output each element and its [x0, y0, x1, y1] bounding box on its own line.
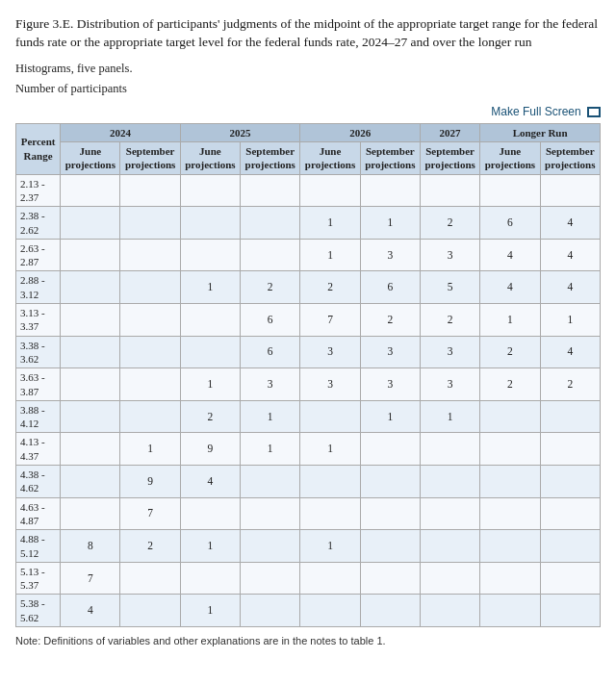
data-cell: 4 [480, 271, 540, 304]
data-cell [420, 562, 479, 595]
data-cell [540, 466, 600, 498]
data-cell [180, 239, 240, 271]
data-cell: 1 [241, 400, 300, 433]
data-cell: 1 [180, 595, 240, 627]
data-cell [180, 174, 240, 207]
year-2025-header: 2025 [180, 123, 300, 141]
data-cell [241, 239, 300, 271]
data-cell [540, 174, 600, 207]
table-row: 4.63 - 4.877 [16, 497, 601, 530]
data-cell [420, 530, 479, 563]
data-cell: 9 [180, 433, 240, 466]
data-cell: 4 [540, 271, 600, 304]
data-cell [480, 174, 540, 207]
data-cell: 6 [241, 336, 300, 368]
data-cell: 2 [420, 304, 479, 337]
sep-2026-header: September projections [360, 142, 420, 175]
sep-2024-header: September projections [120, 142, 180, 175]
make-full-screen-container: Make Full Screen [15, 104, 601, 119]
data-cell: 1 [180, 530, 240, 563]
data-cell [120, 562, 180, 595]
data-cell: 2 [300, 271, 360, 304]
data-cell [120, 304, 180, 337]
data-cell [180, 336, 240, 368]
data-cell [120, 271, 180, 304]
data-cell: 4 [180, 466, 240, 498]
make-full-screen-button[interactable]: Make Full Screen [491, 105, 601, 118]
data-cell [61, 497, 120, 530]
sep-lr-header: September projections [540, 142, 600, 175]
data-cell [420, 497, 479, 530]
data-cell [120, 174, 180, 207]
data-cell [360, 530, 420, 563]
data-cell [61, 271, 120, 304]
table-row: 3.88 - 4.122111 [16, 400, 601, 433]
data-cell [241, 562, 300, 595]
data-cell [480, 595, 540, 627]
data-cell: 2 [480, 368, 540, 401]
percent-range-cell: 2.38 - 2.62 [16, 207, 61, 240]
data-cell [120, 400, 180, 433]
june-lr-header: June projections [480, 142, 540, 175]
table-note: Note: Definitions of variables and other… [15, 635, 601, 646]
data-cell: 1 [300, 530, 360, 563]
longer-run-header: Longer Run [480, 123, 601, 141]
data-cell: 2 [241, 271, 300, 304]
data-cell: 8 [61, 530, 120, 563]
data-cell [420, 466, 479, 498]
data-cell [540, 497, 600, 530]
data-cell [300, 562, 360, 595]
data-cell [300, 400, 360, 433]
table-row: 4.88 - 5.128211 [16, 530, 601, 563]
data-cell [61, 368, 120, 401]
sep-2027-header: September projections [420, 142, 479, 175]
data-cell [120, 368, 180, 401]
data-cell [420, 174, 479, 207]
data-cell: 1 [480, 304, 540, 337]
chart-subtitle: Histograms, five panels. [15, 62, 601, 76]
make-full-screen-label: Make Full Screen [491, 105, 580, 118]
data-cell: 4 [480, 239, 540, 271]
data-cell [480, 497, 540, 530]
data-cell: 1 [360, 207, 420, 240]
data-cell [61, 336, 120, 368]
data-cell [300, 497, 360, 530]
data-cell: 3 [241, 368, 300, 401]
percent-range-cell: 3.13 - 3.37 [16, 304, 61, 337]
data-cell [360, 497, 420, 530]
chart-title: Figure 3.E. Distribution of participants… [15, 15, 601, 52]
data-cell: 2 [180, 400, 240, 433]
percent-range-cell: 4.88 - 5.12 [16, 530, 61, 563]
percent-range-cell: 3.63 - 3.87 [16, 368, 61, 401]
sep-2025-header: September projections [241, 142, 300, 175]
percent-range-cell: 5.13 - 5.37 [16, 562, 61, 595]
data-cell [61, 466, 120, 498]
data-cell: 2 [120, 530, 180, 563]
year-2027-header: 2027 [420, 123, 479, 141]
data-cell [480, 530, 540, 563]
data-cell: 1 [180, 368, 240, 401]
table-body: 2.13 - 2.372.38 - 2.62112642.63 - 2.8713… [16, 174, 601, 626]
data-cell [241, 530, 300, 563]
data-cell: 6 [480, 207, 540, 240]
data-cell [241, 595, 300, 627]
data-cell [360, 174, 420, 207]
percent-range-cell: 2.88 - 3.12 [16, 271, 61, 304]
data-cell [300, 174, 360, 207]
percent-range-cell: 5.38 - 5.62 [16, 595, 61, 627]
data-cell: 4 [540, 336, 600, 368]
table-row: 2.63 - 2.8713344 [16, 239, 601, 271]
percent-range-cell: 3.38 - 3.62 [16, 336, 61, 368]
data-cell: 3 [420, 239, 479, 271]
data-cell [61, 304, 120, 337]
data-cell [420, 433, 479, 466]
data-cell: 3 [360, 239, 420, 271]
data-cell [61, 207, 120, 240]
data-cell: 3 [420, 336, 479, 368]
table-row: 3.13 - 3.37672211 [16, 304, 601, 337]
fullscreen-icon [587, 107, 601, 117]
data-cell: 3 [300, 368, 360, 401]
data-cell [540, 562, 600, 595]
data-cell [61, 239, 120, 271]
data-cell: 7 [300, 304, 360, 337]
